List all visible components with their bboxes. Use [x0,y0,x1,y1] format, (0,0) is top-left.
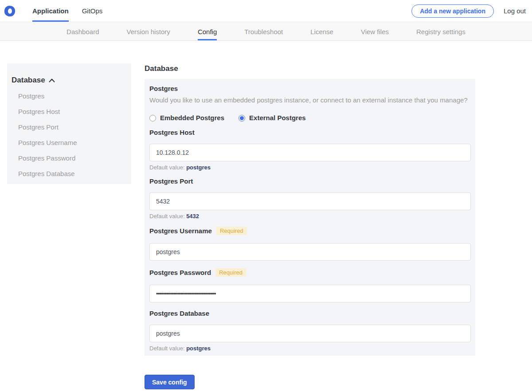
field-label-postgres-database: Postgres Database [149,310,209,317]
sidebar-item-postgres[interactable]: Postgres [18,93,127,99]
required-badge: Required [216,227,247,235]
default-value-note-database: Default value: postgres [149,345,470,351]
app-logo-icon[interactable] [4,6,15,16]
default-value-note-port: Default value: 5432 [149,213,470,219]
logout-button[interactable]: Log out [504,7,526,15]
header-tabs: Application GitOps [32,0,102,22]
radio-circle-external[interactable] [239,115,245,122]
subnav-dashboard[interactable]: Dashboard [66,23,99,40]
radio-external-postgres[interactable]: External Postgres [239,114,306,122]
default-value-note-host: Default value: postgres [149,165,470,170]
top-header: Application GitOps Add a new application… [0,0,532,22]
radio-label-external: External Postgres [249,114,306,122]
sidebar-group-database[interactable]: Database [12,76,127,85]
subnav-license[interactable]: License [310,23,333,40]
postgres-username-input[interactable] [149,243,471,261]
add-new-application-button[interactable]: Add a new application [411,4,494,18]
field-label-postgres-host: Postgres Host [149,129,195,136]
postgres-port-input[interactable] [149,192,471,210]
save-config-button[interactable]: Save config [145,375,195,389]
sidebar-items: Postgres Postgres Host Postgres Port Pos… [12,93,127,177]
config-main: Database Postgres Would you like to use … [145,65,475,389]
postgres-host-input[interactable] [149,144,471,161]
chevron-up-icon [49,78,55,82]
radio-circle-embedded[interactable] [149,115,156,122]
app-subnav: Dashboard Version history Config Trouble… [0,23,532,41]
page-title: Database [145,65,475,72]
subnav-version-history[interactable]: Version history [126,23,170,40]
subnav-registry-settings[interactable]: Registry settings [416,23,466,40]
sidebar-item-postgres-password[interactable]: Postgres Password [18,155,127,161]
field-label-postgres-username: Postgres Username [149,227,212,234]
config-sidebar: Database Postgres Postgres Host Postgres… [7,63,131,184]
sidebar-item-postgres-port[interactable]: Postgres Port [18,124,127,130]
subnav-view-files[interactable]: View files [361,23,389,40]
field-label-postgres-port: Postgres Port [149,178,193,184]
sidebar-item-postgres-host[interactable]: Postgres Host [18,108,127,115]
config-group-panel: Postgres Would you like to use an embedd… [145,79,475,356]
subnav-troubleshoot[interactable]: Troubleshoot [244,23,283,40]
sidebar-group-label: Database [12,76,45,85]
group-label: Postgres [149,85,470,92]
header-right: Add a new application Log out [411,4,532,18]
postgres-mode-radio-group: Embedded Postgres External Postgres [149,114,470,122]
sidebar-item-postgres-username[interactable]: Postgres Username [18,139,127,146]
tab-application[interactable]: Application [32,0,69,22]
subnav-config[interactable]: Config [198,23,217,40]
group-help-text: Would you like to use an embedded postgr… [149,97,470,103]
field-label-postgres-password: Postgres Password [149,269,211,276]
sidebar-item-postgres-database[interactable]: Postgres Database [18,170,127,177]
required-badge: Required [215,268,246,277]
postgres-database-input[interactable] [149,325,471,342]
radio-embedded-postgres[interactable]: Embedded Postgres [149,114,224,122]
postgres-password-input[interactable] [149,285,471,302]
tab-gitops[interactable]: GitOps [82,0,103,22]
radio-label-embedded: Embedded Postgres [160,114,224,122]
